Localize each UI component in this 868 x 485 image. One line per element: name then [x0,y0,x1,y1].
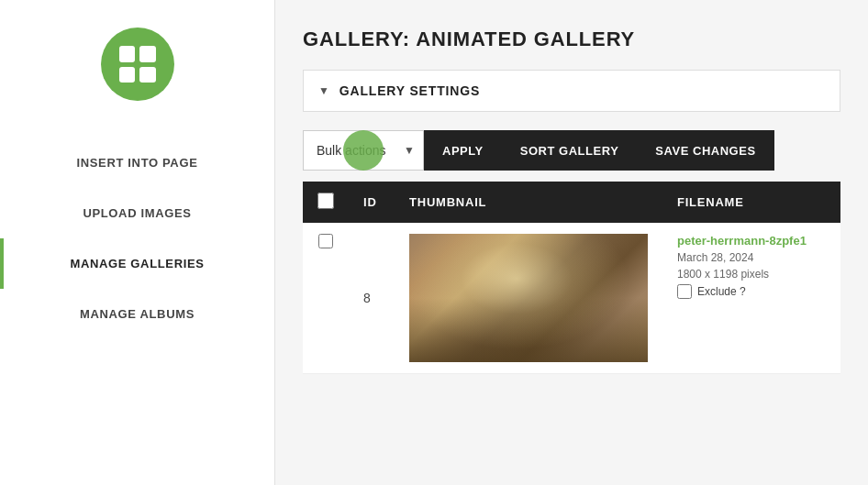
sidebar-item-insert-into-page[interactable]: INSERT INTO PAGE [0,138,274,188]
app-logo [101,28,174,101]
header-filename: FILENAME [662,182,840,223]
sidebar-item-manage-albums[interactable]: MANAGE ALBUMS [0,289,274,339]
gallery-settings-label: GALLERY SETTINGS [339,83,480,98]
row-checkbox-cell[interactable] [303,223,349,374]
bulk-actions-wrapper: Bulk actions ▼ [303,130,424,171]
exclude-label: Exclude ? [697,285,746,298]
header-checkbox-cell[interactable] [303,182,349,223]
exclude-row: Exclude ? [677,284,826,299]
logo-grid [119,46,156,83]
sort-gallery-button[interactable]: SORT GALLERY [502,130,638,171]
logo-grid-cell [119,67,136,83]
main-content: GALLERY: ANIMATED GALLERY ▼ GALLERY SETT… [275,0,868,485]
sidebar-item-manage-galleries[interactable]: MANAGE GALLERIES [0,238,274,289]
row-id: 8 [349,223,395,374]
filename-link[interactable]: peter-herrmann-8zpfe1 [677,234,826,248]
save-changes-button[interactable]: SAVE CHANGES [637,130,773,171]
thumbnail-visual [409,234,648,362]
header-id: ID [349,182,395,223]
logo-grid-cell [139,67,156,83]
table-row: 8 peter-herrmann-8zpfe1 March 28, 2024 1… [303,223,840,374]
exclude-checkbox[interactable] [677,284,692,299]
page-title: GALLERY: ANIMATED GALLERY [303,28,840,51]
header-thumbnail: THUMBNAIL [395,182,662,223]
sidebar: INSERT INTO PAGE UPLOAD IMAGES MANAGE GA… [0,0,275,485]
gallery-table: ID THUMBNAIL FILENAME 8 peter-herrmann-8… [303,182,840,374]
file-dimensions: 1800 x 1198 pixels [677,268,826,281]
sidebar-item-upload-images[interactable]: UPLOAD IMAGES [0,188,274,238]
select-all-checkbox[interactable] [317,193,334,209]
sidebar-nav: INSERT INTO PAGE UPLOAD IMAGES MANAGE GA… [0,138,274,339]
row-thumbnail-cell [395,223,662,374]
logo-grid-cell [119,46,136,62]
row-filename-cell: peter-herrmann-8zpfe1 March 28, 2024 180… [662,223,840,374]
logo-grid-cell [139,46,156,62]
row-checkbox[interactable] [318,234,333,248]
bulk-actions-select[interactable]: Bulk actions [303,130,424,171]
table-header-row: ID THUMBNAIL FILENAME [303,182,840,223]
thumbnail-image [409,234,648,362]
apply-button[interactable]: APPLY [424,130,502,171]
file-date: March 28, 2024 [677,251,826,264]
gallery-settings-header[interactable]: ▼ GALLERY SETTINGS [304,71,840,111]
toolbar-row: Bulk actions ▼ APPLY SORT GALLERY SAVE C… [303,130,840,171]
chevron-down-icon: ▼ [318,84,330,97]
gallery-settings-panel: ▼ GALLERY SETTINGS [303,70,840,112]
